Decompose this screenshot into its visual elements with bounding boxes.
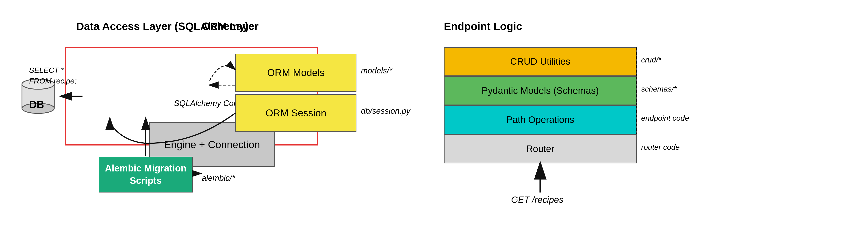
engine-connection-label: Engine + Connection <box>164 139 260 151</box>
orm-models-box: ORM Models <box>236 54 356 92</box>
path-operations-label: Path Operations <box>506 114 574 125</box>
orm-layer-header: ORM Layer <box>202 20 258 33</box>
router-box: Router <box>444 134 637 163</box>
models-path-label: models/* <box>361 66 392 75</box>
pydantic-models-label: Pydantic Models (Schemas) <box>482 85 599 96</box>
pydantic-path-label: schemas/* <box>641 85 677 93</box>
diagram-container: Data Access Layer (SQLAlchemy) ORM Layer… <box>0 0 868 231</box>
crud-utilities-label: CRUD Utilities <box>510 56 570 67</box>
orm-session-box: ORM Session <box>236 94 356 132</box>
pydantic-models-box: Pydantic Models (Schemas) <box>444 76 637 105</box>
orm-session-label: ORM Session <box>266 108 326 119</box>
session-path-label: db/session.py <box>361 106 410 116</box>
alembic-label: Alembic Migration Scripts <box>105 162 187 187</box>
orm-models-label: ORM Models <box>267 67 325 78</box>
router-label: Router <box>526 144 554 154</box>
router-path-label: router code <box>641 143 680 152</box>
path-ops-path-label: endpoint code <box>641 114 689 122</box>
endpoint-logic-header: Endpoint Logic <box>444 20 522 33</box>
get-recipes-label: GET /recipes <box>511 195 563 205</box>
crud-utilities-box: CRUD Utilities <box>444 47 637 76</box>
crud-path-label: crud/* <box>641 55 661 64</box>
alembic-path-label: alembic/* <box>202 174 235 183</box>
db-label: DB <box>29 99 44 111</box>
alembic-box: Alembic Migration Scripts <box>99 157 193 192</box>
path-operations-box: Path Operations <box>444 105 637 134</box>
